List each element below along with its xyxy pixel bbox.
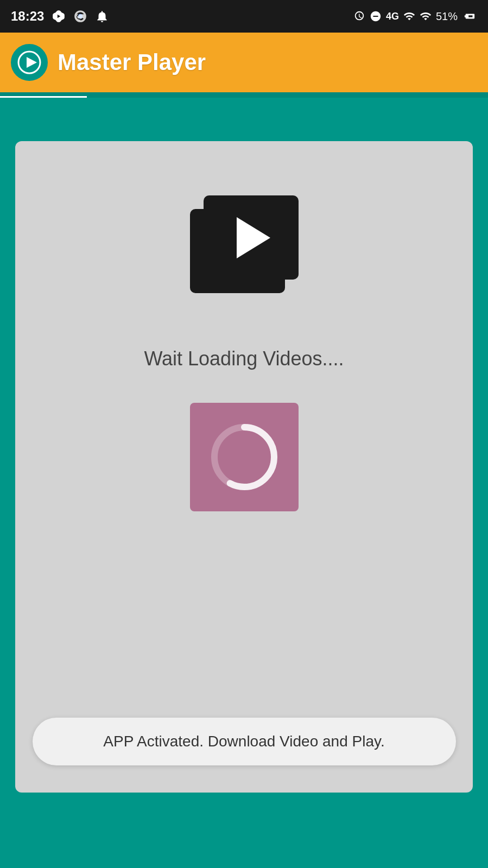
status-left: 18:23 bbox=[11, 9, 109, 24]
app-title: Master Player bbox=[58, 49, 206, 75]
dnd-icon bbox=[370, 10, 382, 22]
status-bar: 18:23 4G 51% bbox=[0, 0, 488, 33]
toast-text: APP Activated. Download Video and Play. bbox=[103, 733, 384, 750]
status-right: 4G 51% bbox=[353, 10, 477, 23]
play-triangle bbox=[237, 217, 270, 258]
app-header: Master Player bbox=[0, 33, 488, 92]
status-time: 18:23 bbox=[11, 9, 44, 24]
signal1-icon bbox=[403, 10, 415, 22]
youtube-icon bbox=[52, 9, 66, 23]
play-icon bbox=[17, 50, 41, 74]
notification-icon bbox=[95, 9, 109, 23]
tab-bar bbox=[0, 92, 488, 98]
loading-text: Wait Loading Videos.... bbox=[144, 347, 344, 370]
main-card: Wait Loading Videos.... APP Activated. D… bbox=[15, 141, 473, 793]
teal-strip bbox=[0, 98, 488, 141]
app-logo bbox=[11, 44, 48, 81]
chrome-icon bbox=[73, 9, 87, 23]
front-card bbox=[204, 195, 299, 280]
video-playlist-icon-container bbox=[190, 195, 299, 293]
toast-bar: APP Activated. Download Video and Play. bbox=[33, 718, 456, 765]
battery-text: 51% bbox=[436, 10, 458, 23]
spinner-container bbox=[190, 403, 299, 511]
signal2-icon bbox=[420, 10, 432, 22]
tab-indicator bbox=[0, 96, 87, 98]
alarm-icon bbox=[353, 10, 365, 22]
battery-icon bbox=[462, 10, 477, 22]
network-type: 4G bbox=[386, 11, 399, 22]
video-playlist-icon bbox=[190, 195, 299, 293]
svg-marker-2 bbox=[27, 57, 37, 68]
loading-spinner bbox=[206, 419, 282, 495]
